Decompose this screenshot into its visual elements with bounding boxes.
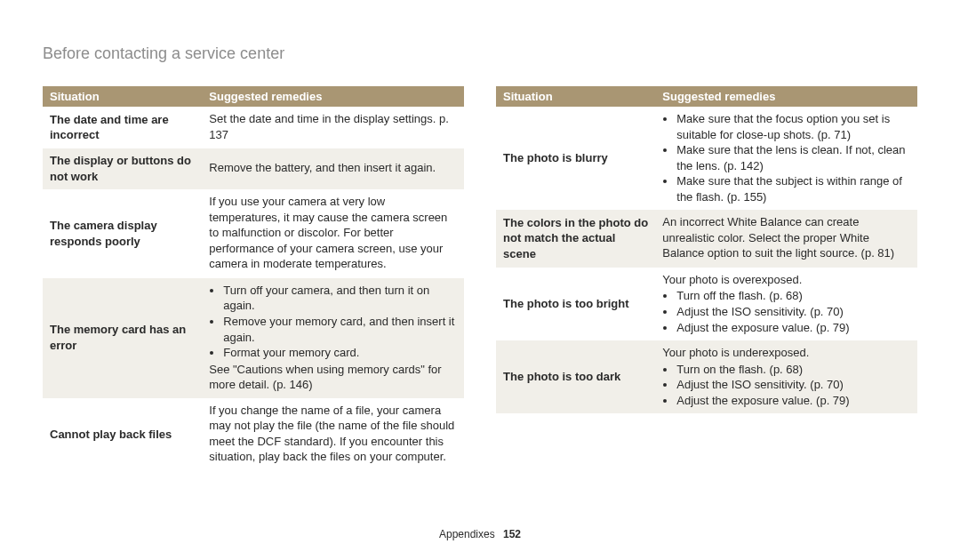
remedy-list: Turn off your camera, and then turn it o… bbox=[209, 283, 457, 361]
table-row: The photo is too darkYour photo is under… bbox=[496, 340, 917, 413]
situation-cell: The photo is blurry bbox=[496, 107, 655, 210]
situation-cell: The camera display responds poorly bbox=[43, 189, 202, 278]
table-row: The memory card has an errorTurn off you… bbox=[43, 278, 464, 398]
page-footer: Appendixes 152 bbox=[0, 528, 960, 540]
left-column: Situation Suggested remedies The date an… bbox=[43, 86, 464, 471]
table-row: Cannot play back filesIf you change the … bbox=[43, 398, 464, 471]
remedy-cell: If you use your camera at very low tempe… bbox=[202, 189, 464, 278]
remedy-cell: An incorrect White Balance can create un… bbox=[655, 210, 917, 268]
situation-cell: Cannot play back files bbox=[43, 398, 202, 471]
remedy-list-item: Make sure that the subject is within ran… bbox=[676, 173, 910, 204]
situation-cell: The photo is too bright bbox=[496, 268, 655, 340]
remedy-cell: Turn off your camera, and then turn it o… bbox=[202, 278, 464, 398]
remedy-cell: Set the date and time in the display set… bbox=[202, 107, 464, 148]
remedy-list-item: Turn off the flash. (p. 68) bbox=[676, 288, 910, 304]
remedy-list-item: Adjust the ISO sensitivity. (p. 70) bbox=[676, 377, 910, 393]
remedy-list: Turn off the flash. (p. 68)Adjust the IS… bbox=[662, 288, 910, 335]
header-situation: Situation bbox=[496, 86, 655, 107]
table-row: The display or buttons do not workRemove… bbox=[43, 148, 464, 189]
remedy-intro: Your photo is underexposed. bbox=[662, 345, 910, 361]
remedy-list-item: Adjust the exposure value. (p. 79) bbox=[676, 393, 910, 409]
remedy-intro: If you change the name of a file, your c… bbox=[209, 403, 457, 465]
situation-cell: The date and time are incorrect bbox=[43, 107, 202, 148]
situation-cell: The display or buttons do not work bbox=[43, 148, 202, 189]
remedy-cell: If you change the name of a file, your c… bbox=[202, 398, 464, 471]
footer-page-number: 152 bbox=[503, 528, 521, 540]
right-column: Situation Suggested remedies The photo i… bbox=[496, 86, 917, 471]
remedy-list: Turn on the flash. (p. 68)Adjust the ISO… bbox=[662, 362, 910, 409]
situation-cell: The colors in the photo do not match the… bbox=[496, 210, 655, 268]
table-row: The photo is too brightYour photo is ove… bbox=[496, 268, 917, 340]
situation-cell: The photo is too dark bbox=[496, 340, 655, 413]
header-remedies: Suggested remedies bbox=[202, 86, 464, 107]
remedy-list-item: Remove your memory card, and then insert… bbox=[223, 314, 457, 345]
remedy-list-item: Adjust the ISO sensitivity. (p. 70) bbox=[676, 304, 910, 320]
footer-section: Appendixes bbox=[439, 528, 495, 540]
table-row: The camera display responds poorlyIf you… bbox=[43, 189, 464, 278]
table-row: The date and time are incorrectSet the d… bbox=[43, 107, 464, 148]
remedy-cell: Remove the battery, and then insert it a… bbox=[202, 148, 464, 189]
remedy-intro: Remove the battery, and then insert it a… bbox=[209, 160, 457, 176]
table-header-row: Situation Suggested remedies bbox=[496, 86, 917, 107]
header-remedies: Suggested remedies bbox=[655, 86, 917, 107]
page: Before contacting a service center Situa… bbox=[0, 0, 960, 471]
right-table: Situation Suggested remedies The photo i… bbox=[496, 86, 917, 413]
remedy-list-item: Format your memory card. bbox=[223, 345, 457, 361]
remedy-list-item: Turn off your camera, and then turn it o… bbox=[223, 283, 457, 314]
remedy-intro: An incorrect White Balance can create un… bbox=[662, 214, 910, 261]
remedy-cell: Make sure that the focus option you set … bbox=[655, 107, 917, 210]
remedy-intro: Set the date and time in the display set… bbox=[209, 111, 457, 142]
remedy-list-item: Turn on the flash. (p. 68) bbox=[676, 362, 910, 378]
table-header-row: Situation Suggested remedies bbox=[43, 86, 464, 107]
remedy-list-item: Make sure that the focus option you set … bbox=[676, 111, 910, 142]
page-title: Before contacting a service center bbox=[43, 44, 917, 63]
remedy-intro: Your photo is overexposed. bbox=[662, 272, 910, 288]
remedy-list-item: Adjust the exposure value. (p. 79) bbox=[676, 320, 910, 336]
table-row: The colors in the photo do not match the… bbox=[496, 210, 917, 268]
remedy-list: Make sure that the focus option you set … bbox=[662, 111, 910, 204]
remedy-outro: See "Cautions when using memory cards" f… bbox=[209, 362, 457, 393]
remedy-intro: If you use your camera at very low tempe… bbox=[209, 194, 457, 272]
left-table: Situation Suggested remedies The date an… bbox=[43, 86, 464, 471]
header-situation: Situation bbox=[43, 86, 202, 107]
table-row: The photo is blurryMake sure that the fo… bbox=[496, 107, 917, 210]
columns: Situation Suggested remedies The date an… bbox=[43, 86, 917, 471]
remedy-cell: Your photo is underexposed.Turn on the f… bbox=[655, 340, 917, 413]
remedy-cell: Your photo is overexposed.Turn off the f… bbox=[655, 268, 917, 340]
remedy-list-item: Make sure that the lens is clean. If not… bbox=[676, 142, 910, 173]
situation-cell: The memory card has an error bbox=[43, 278, 202, 398]
